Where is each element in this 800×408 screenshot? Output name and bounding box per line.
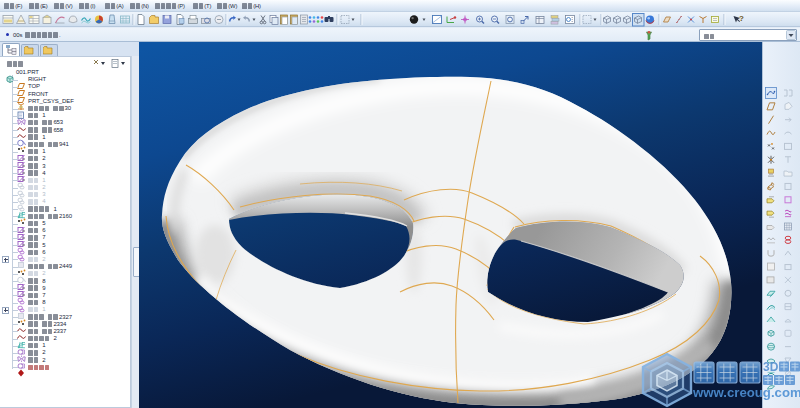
svg-text:www.creoug.com: www.creoug.com (692, 385, 800, 400)
svg-text:?: ? (739, 14, 744, 23)
svg-text:3D: 3D (763, 360, 779, 374)
